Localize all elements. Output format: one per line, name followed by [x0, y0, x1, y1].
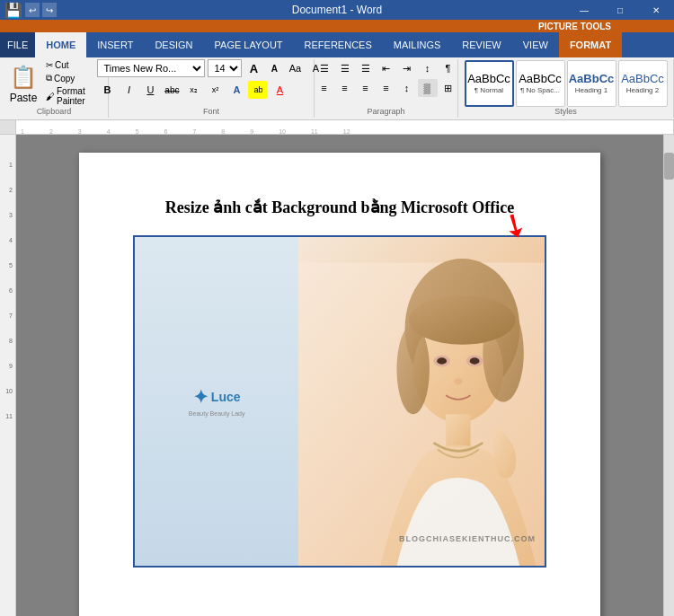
sort-button[interactable]: ↕	[418, 59, 438, 77]
italic-button[interactable]: I	[119, 81, 138, 99]
format-painter-icon: 🖌	[46, 92, 55, 101]
page-title: Resize ảnh cắt Background bằng Microsoft…	[133, 198, 546, 217]
copy-button[interactable]: ⧉ Copy	[43, 72, 102, 84]
ruler-marks: 1 2 3 4 5 6 7 8 9 10 11 12	[16, 120, 674, 135]
font-grow-button[interactable]: A	[244, 59, 262, 77]
ribbon-tabs: FILE HOME INSERT DESIGN PAGE LAYOUT REFE…	[0, 32, 674, 57]
align-center-button[interactable]: ≡	[335, 79, 355, 97]
style-normal-preview: AaBbCc	[467, 73, 510, 84]
style-h2-preview: AaBbCc	[621, 73, 664, 84]
indent-decrease-button[interactable]: ⇤	[377, 59, 396, 77]
style-heading1[interactable]: AaBbCc Heading 1	[567, 60, 616, 107]
styles-content: AaBbCc ¶ Normal AaBbCc ¶ No Spac... AaBb…	[465, 59, 668, 107]
copy-icon: ⧉	[46, 73, 52, 84]
title-bar-controls[interactable]: 💾 ↩ ↪	[4, 2, 57, 19]
style-normal[interactable]: AaBbCc ¶ Normal	[465, 60, 514, 107]
change-case-button[interactable]: Aa	[286, 59, 304, 77]
clipboard-label: Clipboard	[37, 107, 72, 118]
align-right-button[interactable]: ≡	[356, 79, 376, 97]
bullets-button[interactable]: ☰	[315, 59, 334, 77]
tab-references[interactable]: REFERENCES	[294, 32, 383, 57]
close-button[interactable]: ✕	[638, 0, 674, 20]
vertical-ruler: 1 2 3 4 5 6 7 8 9 10 11	[0, 135, 16, 616]
style-no-spacing[interactable]: AaBbCc ¶ No Spac...	[516, 60, 565, 107]
para-row-2: ≡ ≡ ≡ ≡ ↕ ▒ ⊞	[315, 79, 458, 97]
app-title: Document1 - Word	[292, 4, 382, 16]
style-h1-label: Heading 1	[575, 86, 607, 94]
font-shrink-button[interactable]: A	[265, 59, 283, 77]
svg-point-5	[410, 295, 517, 345]
tab-review[interactable]: REVIEW	[451, 32, 511, 57]
picture-tools-bar: PICTURE TOOLS	[0, 20, 674, 32]
minimize-button[interactable]: —	[566, 0, 602, 20]
style-nospacing-preview: AaBbCc	[519, 73, 562, 84]
clipboard-group: 📋 Paste ✂ Cut ⧉ Copy 🖌 Format Painter Cl…	[0, 59, 109, 118]
tab-design[interactable]: DESIGN	[144, 32, 203, 57]
format-painter-button[interactable]: 🖌 Format Painter	[43, 85, 102, 107]
svg-rect-11	[447, 414, 471, 446]
quick-access-undo[interactable]: ↩	[25, 3, 40, 17]
maximize-button[interactable]: □	[602, 0, 638, 20]
font-row-2: B I U abc x₂ x² A ab A	[97, 81, 324, 99]
styles-group: AaBbCc ¶ Normal AaBbCc ¶ No Spac... AaBb…	[458, 59, 674, 118]
indent-increase-button[interactable]: ⇥	[397, 59, 417, 77]
tab-insert[interactable]: INSERT	[86, 32, 144, 57]
bold-button[interactable]: B	[97, 81, 117, 99]
tab-file[interactable]: FILE	[0, 32, 35, 57]
justify-button[interactable]: ≡	[377, 79, 396, 97]
paste-icon: 📋	[9, 63, 38, 92]
show-marks-button[interactable]: ¶	[439, 59, 458, 77]
page-scroll-area[interactable]: Resize ảnh cắt Background bằng Microsoft…	[16, 135, 663, 616]
scrollbar-vertical[interactable]	[663, 135, 674, 616]
strikethrough-button[interactable]: abc	[162, 81, 182, 99]
picture-tools-label: PICTURE TOOLS	[538, 22, 611, 31]
font-row-1: Times New Ro... 14 A A Aa A	[97, 59, 324, 77]
line-spacing-button[interactable]: ↕	[397, 79, 417, 97]
svg-point-3	[397, 324, 430, 414]
superscript-button[interactable]: x²	[205, 81, 225, 99]
horizontal-ruler: 1 2 3 4 5 6 7 8 9 10 11 12	[0, 120, 674, 135]
style-heading2[interactable]: AaBbCc Heading 2	[618, 60, 668, 107]
style-h2-label: Heading 2	[626, 86, 659, 94]
align-left-button[interactable]: ≡	[315, 79, 334, 97]
multilevel-button[interactable]: ☰	[356, 59, 376, 77]
logo-area: ✦ Luce	[193, 386, 241, 408]
title-bar: 💾 ↩ ↪ Document1 - Word — □ ✕	[0, 0, 674, 20]
subscript-button[interactable]: x₂	[183, 81, 203, 99]
style-h1-preview: AaBbCc	[569, 73, 615, 84]
cut-button[interactable]: ✂ Cut	[43, 59, 102, 71]
window-controls[interactable]: — □ ✕	[566, 0, 674, 20]
font-group: Times New Ro... 14 A A Aa A B I U abc x₂…	[109, 59, 315, 118]
shading-button[interactable]: ▒	[418, 79, 438, 97]
font-color-button[interactable]: A	[270, 81, 289, 99]
styles-label: Styles	[554, 107, 577, 118]
svg-point-10	[455, 378, 463, 384]
svg-point-8	[438, 357, 448, 364]
image-container[interactable]: ✦ Luce Beauty Beauty Lady	[133, 235, 546, 568]
border-button[interactable]: ⊞	[439, 79, 458, 97]
logo-text: Luce	[211, 390, 241, 404]
clipboard-small-buttons: ✂ Cut ⧉ Copy 🖌 Format Painter	[43, 59, 102, 107]
tab-mailings[interactable]: MAILINGS	[383, 32, 452, 57]
tab-page-layout[interactable]: PAGE LAYOUT	[204, 32, 294, 57]
numbering-button[interactable]: ☰	[335, 59, 355, 77]
text-effects-button[interactable]: A	[226, 81, 246, 99]
svg-point-9	[470, 357, 480, 364]
highlight-button[interactable]: ab	[248, 81, 268, 99]
clipboard-content: 📋 Paste ✂ Cut ⧉ Copy 🖌 Format Painter	[5, 59, 102, 107]
quick-access-redo[interactable]: ↪	[42, 3, 57, 17]
font-family-select[interactable]: Times New Ro...	[97, 59, 205, 77]
tab-view[interactable]: VIEW	[512, 32, 559, 57]
font-size-select[interactable]: 14	[208, 59, 242, 77]
person-svg	[298, 237, 545, 566]
tab-format[interactable]: FORMAT	[559, 32, 622, 57]
scissors-icon: ✂	[46, 60, 53, 70]
style-nospacing-label: ¶ No Spac...	[520, 86, 560, 94]
paste-button[interactable]: 📋 Paste	[5, 61, 41, 106]
ribbon-toolbar: 📋 Paste ✂ Cut ⧉ Copy 🖌 Format Painter Cl…	[0, 57, 674, 120]
tab-home[interactable]: HOME	[35, 32, 86, 57]
underline-button[interactable]: U	[140, 81, 160, 99]
logo-subtitle: Beauty Beauty Lady	[189, 410, 245, 417]
font-label: Font	[203, 107, 219, 118]
scrollbar-thumb[interactable]	[664, 153, 674, 180]
